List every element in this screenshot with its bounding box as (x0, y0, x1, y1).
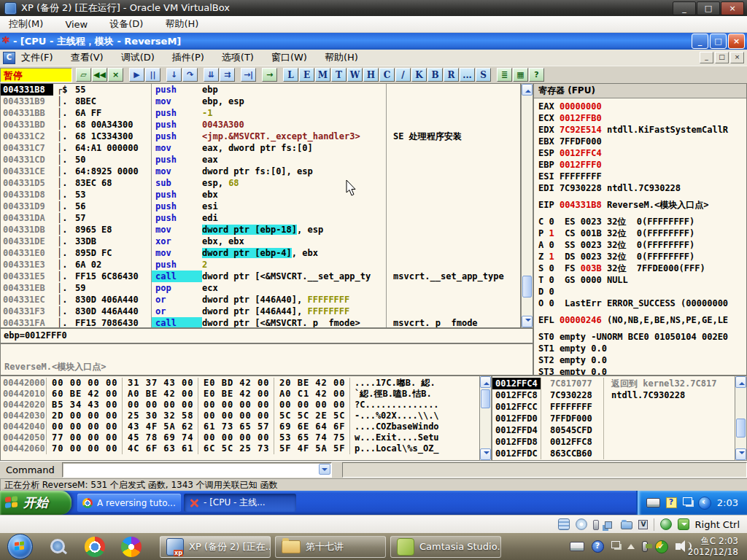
step-over-button[interactable]: ↷ (182, 68, 198, 82)
scroll-thumb[interactable] (522, 276, 532, 298)
register-line[interactable]: EFL 00000246 (NO,NB,E,BE,NS,PE,GE,LE (538, 314, 746, 326)
input-indicator-icon[interactable] (642, 541, 648, 552)
xp-clock[interactable]: 2:03 (717, 497, 738, 508)
register-line[interactable]: D 0 (538, 286, 746, 298)
register-line[interactable]: EIP 004331B8 ReverseM.<模块入口点> (538, 199, 746, 211)
register-line[interactable]: ST1 empty 0.0 (538, 343, 746, 354)
scroll-thumb[interactable] (736, 419, 746, 438)
window-restore-icon[interactable] (683, 497, 692, 505)
scroll-up-icon[interactable] (522, 84, 533, 96)
mdi-minimize-button[interactable]: _ (700, 52, 713, 63)
mdi-restore-button[interactable]: □ (715, 52, 729, 63)
scroll-down-icon[interactable] (480, 448, 491, 460)
disasm-row[interactable]: 004331DB│.8965 E8movdword ptr [ebp-18], … (1, 224, 520, 236)
close-module-button[interactable]: × (108, 68, 123, 82)
vm-tool-icon[interactable] (698, 497, 711, 510)
run-button[interactable]: ▶ (129, 68, 144, 82)
vbox-menu-item[interactable]: 设备(D) (109, 18, 143, 31)
register-line[interactable]: ESP 0012FFC4 (538, 147, 746, 159)
scroll-down-icon[interactable] (735, 448, 746, 460)
xp-start-button[interactable]: 开始 (0, 491, 71, 515)
patches-window-button[interactable]: / (395, 68, 411, 82)
threads-window-button[interactable]: T (331, 68, 347, 82)
window-restore-icon[interactable] (611, 541, 620, 548)
disasm-row[interactable]: 004331F3│.830D 446A440ordword ptr [446A4… (1, 306, 520, 317)
cpu-window-button[interactable]: C (379, 68, 395, 82)
register-line[interactable]: EBP 0012FFF0 (538, 159, 746, 171)
pinwheel-icon[interactable] (121, 537, 142, 557)
dump-row[interactable]: 0044200000 00 00 0031 37 43 00E0 BD 42 0… (1, 378, 491, 389)
disassembly-scrollbar[interactable] (521, 83, 533, 328)
volume-icon[interactable] (676, 543, 681, 550)
open-button[interactable]: ▱ (76, 68, 91, 82)
vbox-menu-item[interactable]: 控制(M) (9, 18, 43, 31)
go-to-address-button[interactable]: → (262, 68, 277, 82)
dump-row[interactable]: 00442020B5 34 43 0000 00 00 0000 00 00 0… (1, 400, 491, 411)
registers-pane[interactable]: 寄存器 (FPU) EAX 00000000ECX 0012FFB0EDX 7C… (533, 83, 747, 376)
disasm-row[interactable]: 004331C2│.68 1C334300push<jmp.&MSVCRT._e… (1, 131, 520, 142)
vbox-minimize-button[interactable]: _ (673, 1, 696, 15)
chrome-icon[interactable] (85, 537, 105, 557)
cpu-child-window-icon[interactable]: C (3, 52, 15, 64)
disasm-row[interactable]: 004331D5│.83EC 68subesp, 68 (1, 177, 520, 189)
register-line[interactable]: ESI FFFFFFFF (538, 171, 746, 182)
call-stack-window-button[interactable]: K (411, 68, 427, 82)
olly-menu-item[interactable]: 选项(T) (222, 51, 254, 64)
register-line[interactable]: ECX 0012FFB0 (538, 112, 746, 124)
animate-over-button[interactable]: ⇉ (220, 68, 235, 82)
run-trace-window-button[interactable]: ... (460, 68, 475, 82)
register-line[interactable]: ST3 empty 0.0 (538, 366, 746, 376)
olly-minimize-button[interactable]: _ (692, 34, 708, 49)
xp-task-ollydbg[interactable]: - [CPU - 主线... (184, 494, 296, 512)
dump-row[interactable]: 004420302D 00 00 0025 30 32 5800 00 00 0… (1, 411, 491, 421)
register-line[interactable]: S 0 FS 003B 32位 7FFDE000(FFF) (538, 262, 746, 274)
register-line[interactable]: ST2 empty 0.0 (538, 354, 746, 366)
register-line[interactable]: Z 1 DS 0023 32位 0(FFFFFFFF) (538, 251, 746, 262)
stack-row[interactable]: 0012FFD07FFDF000 (492, 413, 746, 424)
go-back-button[interactable]: ◀◀ (92, 68, 107, 82)
olly-menu-item[interactable]: 查看(V) (71, 51, 104, 64)
hidden-icons-icon[interactable] (627, 540, 635, 549)
execute-till-return-button[interactable]: →| (241, 68, 256, 82)
stack-row[interactable]: 0012FFD80012FFC8 (492, 436, 746, 448)
disasm-row[interactable]: 004331CE│.64:8925 0000movdword ptr fs:[0… (1, 166, 520, 177)
executables-window-button[interactable]: E (299, 68, 314, 82)
disasm-row[interactable]: 004331EC│.830D 406A440ordword ptr [446A4… (1, 294, 520, 306)
references-window-button[interactable]: R (444, 68, 459, 82)
disasm-row[interactable]: 004331EB│.59popecx (1, 282, 520, 294)
dump-row[interactable]: 0044205077 00 00 0045 78 69 7400 00 00 0… (1, 432, 491, 443)
dump-scrollbar[interactable] (479, 376, 492, 461)
olly-menu-item[interactable]: 调试(D) (121, 51, 155, 64)
step-into-button[interactable]: ↓ (166, 68, 182, 82)
animate-into-button[interactable]: ⇊ (204, 68, 219, 82)
register-line[interactable]: EBX 7FFDF000 (538, 136, 746, 147)
disasm-row[interactable]: 004331E5│.FF15 6C86430calldword ptr [<&M… (1, 271, 520, 282)
breakpoints-window-button[interactable]: B (427, 68, 443, 82)
disasm-row[interactable]: 004331DA│.57pushedi (1, 212, 520, 224)
help-icon[interactable] (592, 540, 604, 553)
register-line[interactable]: EAX 00000000 (538, 101, 746, 112)
help-button[interactable]: ? (529, 68, 544, 82)
pause-button[interactable]: || (145, 68, 160, 82)
host-task-virtualbox[interactable]: XP (备份 2) [正在... (160, 536, 271, 558)
scroll-up-icon[interactable] (735, 376, 746, 388)
stack-row[interactable]: 0012FFDC863CCB60 (492, 448, 746, 459)
disasm-row[interactable]: 004331DE│.33DBxorebx, ebx (1, 236, 520, 247)
disassembly-pane[interactable]: 004331B8┌$55pushebp004331B9│.8BECmovebp,… (0, 83, 521, 328)
register-line[interactable]: EDI 7C930228 ntdll.7C930228 (538, 182, 746, 194)
olly-menu-item[interactable]: 文件(F) (21, 51, 53, 64)
host-clock[interactable]: 鱼C 2:03 2012/12/18 (688, 536, 738, 558)
stack-pane[interactable]: 0012FFC47C817077返回到 kernel32.7C8170012FF… (492, 376, 747, 461)
dump-row[interactable]: 0044201060 BE 42 00A0 BE 42 00E0 BE 42 0… (1, 389, 491, 400)
olly-close-button[interactable]: × (728, 34, 745, 49)
dump-row[interactable]: 0044204000 00 00 0043 4F 5A 6261 73 65 5… (1, 421, 491, 432)
chevron-down-icon[interactable] (319, 464, 330, 475)
host-task-camtasia[interactable]: Camtasia Studio... (390, 536, 501, 558)
disasm-row[interactable]: 004331BB│.6A FFpush-1 (1, 107, 520, 119)
vbox-restore-button[interactable]: □ (697, 1, 720, 15)
disasm-row[interactable]: 004331FA│.FF15 7086430calldword ptr [<&M… (1, 317, 520, 328)
olly-restore-button[interactable]: □ (710, 34, 727, 49)
disasm-row[interactable]: 004331E0│.895D FCmovdword ptr [ebp-4], e… (1, 247, 520, 259)
olly-menu-item[interactable]: 窗口(W) (271, 51, 307, 64)
log-window-button[interactable]: L (283, 68, 298, 82)
